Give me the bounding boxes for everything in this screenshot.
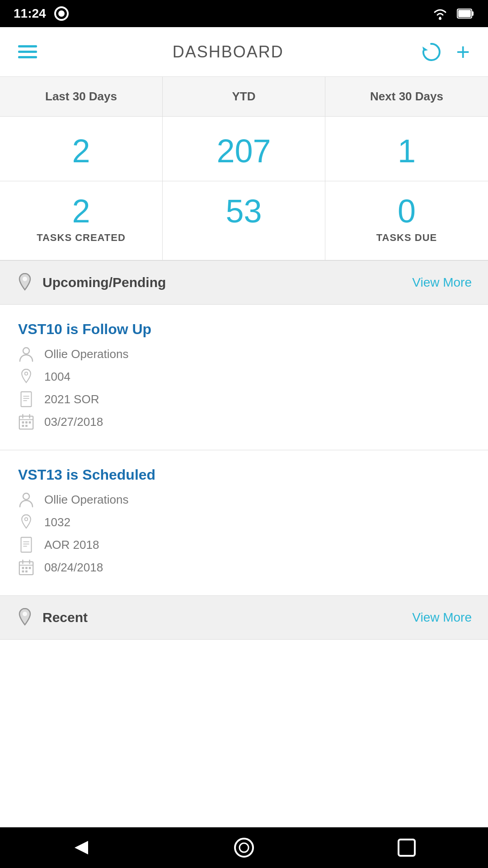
upcoming-item-1-location-row: 1004 <box>18 368 470 385</box>
upcoming-section-left: Upcoming/Pending <box>16 273 166 292</box>
svg-marker-6 <box>422 47 428 51</box>
person-icon <box>18 346 34 362</box>
upcoming-item-1-date: 03/27/2018 <box>44 415 103 429</box>
person-icon-2 <box>18 491 34 508</box>
svg-rect-5 <box>458 10 471 17</box>
wifi-icon <box>431 7 449 20</box>
home-button[interactable] <box>228 832 260 863</box>
status-time: 11:24 <box>14 6 46 21</box>
upcoming-item-2: VST13 is Scheduled Ollie Operations 1032… <box>0 450 488 596</box>
stats-header: Last 30 Days YTD Next 30 Days <box>0 77 488 117</box>
svg-point-24 <box>25 518 28 521</box>
battery-icon <box>456 7 474 20</box>
svg-rect-37 <box>25 571 28 573</box>
svg-point-8 <box>23 348 29 354</box>
page-title: DASHBOARD <box>173 42 284 61</box>
calendar-icon <box>18 414 34 430</box>
svg-rect-42 <box>399 840 415 856</box>
upcoming-item-1-doc: 2021 SOR <box>44 392 99 406</box>
svg-point-23 <box>23 493 29 500</box>
svg-point-1 <box>58 10 65 17</box>
stats-row1-col2: 207 <box>163 117 325 181</box>
svg-rect-18 <box>22 421 24 424</box>
upcoming-section-header: Upcoming/Pending View More <box>0 261 488 305</box>
upcoming-item-1: VST10 is Follow Up Ollie Operations 1004… <box>0 305 488 450</box>
recent-section-header: Recent View More <box>0 596 488 640</box>
stats-col2-header: YTD <box>163 77 325 116</box>
nav-actions: + <box>419 40 470 64</box>
stats-row1: 2 207 1 <box>0 117 488 181</box>
document-icon-2 <box>18 537 34 553</box>
svg-rect-4 <box>472 11 474 16</box>
status-bar: 11:24 <box>0 0 488 27</box>
upcoming-item-2-location: 1032 <box>44 515 70 529</box>
upcoming-section-title: Upcoming/Pending <box>42 275 166 290</box>
svg-point-7 <box>23 277 27 281</box>
svg-rect-21 <box>22 425 24 427</box>
refresh-button[interactable] <box>419 40 443 64</box>
upcoming-item-2-person: Ollie Operations <box>44 493 128 507</box>
recent-view-more[interactable]: View More <box>412 610 472 625</box>
location-pin-icon <box>16 273 33 292</box>
stats-row1-col3: 1 <box>325 117 488 181</box>
svg-rect-33 <box>22 567 24 569</box>
svg-rect-25 <box>21 538 32 552</box>
upcoming-item-1-location: 1004 <box>44 370 70 384</box>
svg-point-2 <box>439 17 441 20</box>
recent-location-pin-icon <box>16 608 33 627</box>
location-icon <box>18 368 34 385</box>
svg-rect-34 <box>25 567 28 569</box>
stats-col3-header: Next 30 Days <box>325 77 488 116</box>
upcoming-item-1-person-row: Ollie Operations <box>18 346 470 362</box>
stats-row2: 2 TASKS CREATED 53 0 TASKS DUE <box>0 181 488 261</box>
upcoming-item-2-person-row: Ollie Operations <box>18 491 470 508</box>
upcoming-item-2-date: 08/24/2018 <box>44 561 103 575</box>
upcoming-item-2-doc: AOR 2018 <box>44 538 99 552</box>
svg-rect-22 <box>25 425 28 427</box>
upcoming-item-1-title[interactable]: VST10 is Follow Up <box>18 321 470 338</box>
svg-rect-35 <box>29 567 31 569</box>
upcoming-item-2-title[interactable]: VST13 is Scheduled <box>18 467 470 483</box>
svg-point-38 <box>23 612 27 616</box>
status-icon <box>53 5 70 22</box>
location-icon-2 <box>18 514 34 530</box>
svg-point-41 <box>239 843 249 852</box>
svg-rect-36 <box>22 571 24 573</box>
stats-col1-header: Last 30 Days <box>0 77 163 116</box>
upcoming-item-2-doc-row: AOR 2018 <box>18 537 470 553</box>
upcoming-item-1-doc-row: 2021 SOR <box>18 391 470 407</box>
upcoming-item-2-location-row: 1032 <box>18 514 470 530</box>
svg-rect-20 <box>29 421 31 424</box>
back-button[interactable] <box>66 832 97 863</box>
upcoming-view-more[interactable]: View More <box>412 275 472 290</box>
svg-point-9 <box>25 372 28 375</box>
recent-apps-button[interactable] <box>391 832 422 863</box>
menu-button[interactable] <box>18 45 37 58</box>
stats-tasks-created: 2 TASKS CREATED <box>0 181 163 260</box>
recent-section-title: Recent <box>42 610 88 625</box>
stats-tasks-due: 0 TASKS DUE <box>325 181 488 260</box>
upcoming-item-1-person: Ollie Operations <box>44 347 128 361</box>
stats-tasks-ytd: 53 <box>163 181 325 260</box>
add-button[interactable]: + <box>456 40 470 64</box>
svg-marker-39 <box>75 841 88 854</box>
calendar-icon-2 <box>18 559 34 576</box>
upcoming-item-1-date-row: 03/27/2018 <box>18 414 470 430</box>
recent-section-left: Recent <box>16 608 88 627</box>
document-icon <box>18 391 34 407</box>
upcoming-item-2-date-row: 08/24/2018 <box>18 559 470 576</box>
top-nav: DASHBOARD + <box>0 27 488 77</box>
stats-row1-col1: 2 <box>0 117 163 181</box>
svg-point-40 <box>235 839 253 857</box>
svg-rect-19 <box>25 421 28 424</box>
svg-rect-10 <box>21 392 32 407</box>
bottom-nav <box>0 827 488 868</box>
